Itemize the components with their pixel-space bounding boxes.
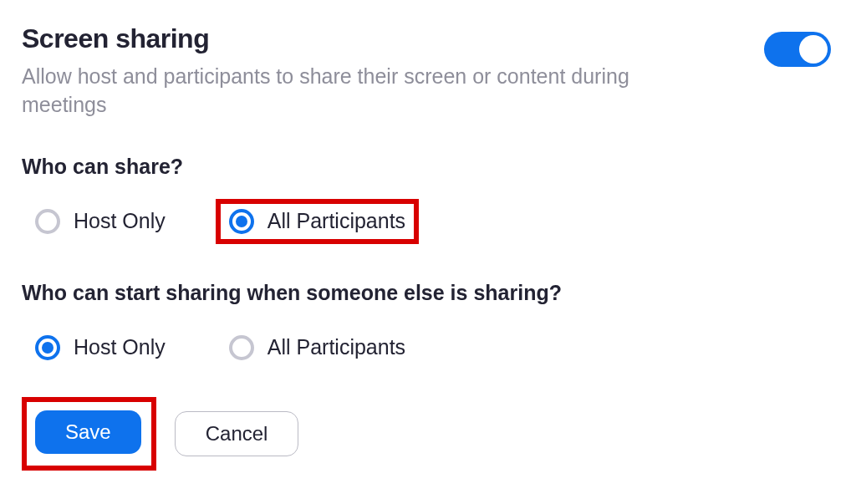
who-can-share-options: Host Only All Participants — [22, 197, 834, 246]
who-can-start-sharing-label: Who can start sharing when someone else … — [22, 281, 834, 305]
who-can-start-sharing-options: Host Only All Participants — [22, 323, 834, 372]
radio-icon — [35, 335, 60, 360]
section-description: Allow host and participants to share the… — [22, 63, 674, 120]
section-title: Screen sharing — [22, 23, 674, 54]
option-label: Host Only — [74, 209, 166, 233]
option-label: Host Only — [74, 335, 166, 359]
radio-icon — [229, 209, 254, 234]
save-highlight-box: Save — [22, 397, 156, 471]
option-label: All Participants — [268, 335, 405, 359]
cancel-button[interactable]: Cancel — [175, 411, 299, 456]
radio-icon — [229, 335, 254, 360]
who-can-share-all-participants[interactable]: All Participants — [216, 199, 419, 244]
toggle-knob — [799, 35, 828, 64]
who-can-start-all-participants[interactable]: All Participants — [216, 323, 419, 372]
save-button[interactable]: Save — [35, 410, 141, 454]
who-can-share-label: Who can share? — [22, 155, 834, 179]
radio-icon — [35, 209, 60, 234]
option-label: All Participants — [268, 209, 405, 233]
who-can-share-host-only[interactable]: Host Only — [22, 197, 179, 246]
who-can-start-host-only[interactable]: Host Only — [22, 323, 179, 372]
screen-sharing-toggle[interactable] — [764, 32, 831, 67]
